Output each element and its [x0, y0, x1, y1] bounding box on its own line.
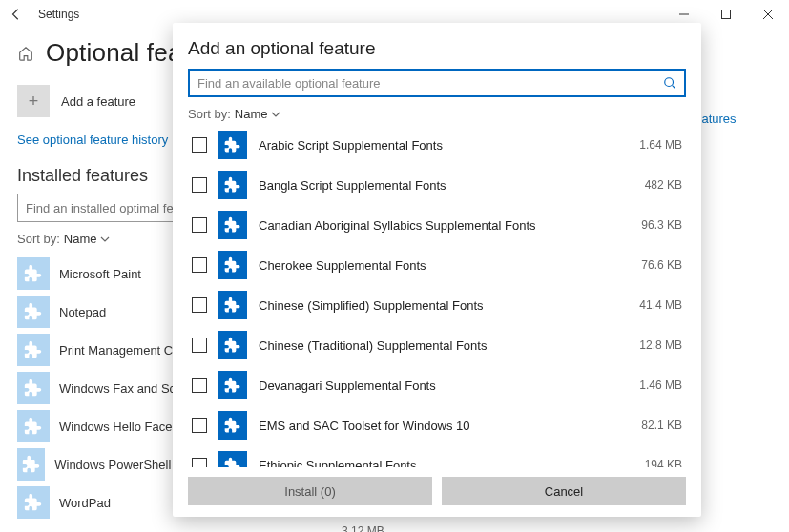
dialog-sort[interactable]: Sort by: Name	[188, 107, 686, 121]
feature-row[interactable]: EMS and SAC Toolset for Windows 1082.1 K…	[188, 405, 682, 445]
installed-item-label: Notepad	[59, 305, 106, 319]
installed-item-label: Windows Fax and Scan	[59, 381, 190, 396]
feature-checkbox[interactable]	[192, 297, 207, 313]
chevron-down-icon	[100, 235, 110, 244]
feature-name: Arabic Script Supplemental Fonts	[259, 138, 613, 153]
puzzle-icon	[218, 331, 247, 359]
feature-name: Canadian Aboriginal Syllabics Supplement…	[259, 218, 613, 233]
feature-name: Chinese (Simplified) Supplemental Fonts	[259, 298, 613, 313]
sort-prefix: Sort by:	[188, 107, 231, 121]
feature-size: 96.3 KB	[625, 218, 682, 232]
puzzle-icon	[17, 448, 45, 481]
installed-item-label: Microsoft Paint	[59, 267, 141, 281]
installed-item-label: WordPad	[59, 496, 111, 510]
feature-row[interactable]: Chinese (Simplified) Supplemental Fonts4…	[188, 285, 682, 325]
feature-name: Bangla Script Supplemental Fonts	[259, 178, 613, 193]
feature-name: EMS and SAC Toolset for Windows 10	[259, 419, 613, 433]
feature-name: Cherokee Supplemental Fonts	[259, 258, 613, 273]
sort-prefix: Sort by:	[17, 232, 60, 246]
feature-row[interactable]: Ethiopic Supplemental Fonts194 KB	[188, 445, 682, 467]
feature-size: 76.6 KB	[625, 258, 682, 272]
feature-row[interactable]: Chinese (Traditional) Supplemental Fonts…	[188, 325, 682, 365]
feature-checkbox[interactable]	[192, 458, 207, 467]
installed-item-label: Windows Hello Face	[59, 419, 173, 434]
puzzle-icon	[218, 411, 247, 440]
feature-size: 41.4 MB	[625, 298, 682, 312]
feature-size: 482 KB	[625, 178, 682, 192]
feature-list: Arabic Script Supplemental Fonts1.64 MBB…	[188, 125, 686, 467]
feature-row[interactable]: Canadian Aboriginal Syllabics Supplement…	[188, 205, 682, 245]
feature-checkbox[interactable]	[192, 137, 207, 153]
plus-icon: +	[17, 85, 50, 117]
feature-checkbox[interactable]	[192, 257, 207, 273]
maximize-button[interactable]	[705, 0, 747, 29]
sort-value: Name	[235, 107, 268, 121]
puzzle-icon	[218, 211, 247, 239]
puzzle-icon	[218, 251, 247, 279]
puzzle-icon	[218, 451, 247, 467]
puzzle-icon	[218, 291, 247, 319]
feature-checkbox[interactable]	[192, 378, 207, 393]
home-icon[interactable]	[17, 45, 34, 62]
puzzle-icon	[218, 131, 247, 159]
puzzle-icon	[218, 171, 247, 199]
feature-size: 194 KB	[625, 459, 682, 467]
puzzle-icon	[17, 296, 50, 328]
puzzle-icon	[17, 486, 50, 519]
dialog-title: Add an optional feature	[188, 38, 686, 59]
close-button[interactable]	[747, 0, 789, 29]
search-placeholder: Find an available optional feature	[197, 76, 663, 91]
back-icon[interactable]	[8, 6, 25, 23]
puzzle-icon	[17, 334, 50, 366]
search-icon	[663, 76, 676, 90]
trailing-size: 3.12 MB	[342, 524, 770, 532]
feature-name: Chinese (Traditional) Supplemental Fonts	[259, 338, 613, 353]
svg-rect-0	[722, 10, 731, 19]
feature-checkbox[interactable]	[192, 177, 207, 193]
puzzle-icon	[17, 257, 50, 290]
puzzle-icon	[218, 371, 247, 399]
cancel-button[interactable]: Cancel	[442, 477, 686, 505]
add-feature-dialog: Add an optional feature Find an availabl…	[173, 23, 701, 517]
sort-value: Name	[64, 232, 97, 246]
feature-name: Ethiopic Supplemental Fonts	[259, 459, 613, 468]
svg-point-2	[665, 78, 674, 87]
feature-size: 12.8 MB	[625, 338, 682, 352]
feature-size: 1.46 MB	[625, 379, 682, 392]
feature-search-input[interactable]: Find an available optional feature	[188, 69, 686, 97]
feature-checkbox[interactable]	[192, 217, 207, 233]
window-title: Settings	[38, 8, 79, 21]
feature-row[interactable]: Arabic Script Supplemental Fonts1.64 MB	[188, 125, 682, 165]
feature-name: Devanagari Supplemental Fonts	[259, 379, 613, 393]
feature-checkbox[interactable]	[192, 338, 207, 353]
install-button[interactable]: Install (0)	[188, 477, 432, 505]
chevron-down-icon	[271, 110, 280, 119]
feature-row[interactable]: Devanagari Supplemental Fonts1.46 MB	[188, 365, 682, 405]
puzzle-icon	[17, 410, 50, 442]
feature-checkbox[interactable]	[192, 418, 207, 433]
feature-row[interactable]: Cherokee Supplemental Fonts76.6 KB	[188, 245, 682, 285]
feature-row[interactable]: Bangla Script Supplemental Fonts482 KB	[188, 165, 682, 205]
add-feature-label: Add a feature	[61, 94, 135, 109]
feature-size: 1.64 MB	[625, 138, 682, 152]
puzzle-icon	[17, 372, 50, 404]
feature-size: 82.1 KB	[625, 419, 682, 432]
